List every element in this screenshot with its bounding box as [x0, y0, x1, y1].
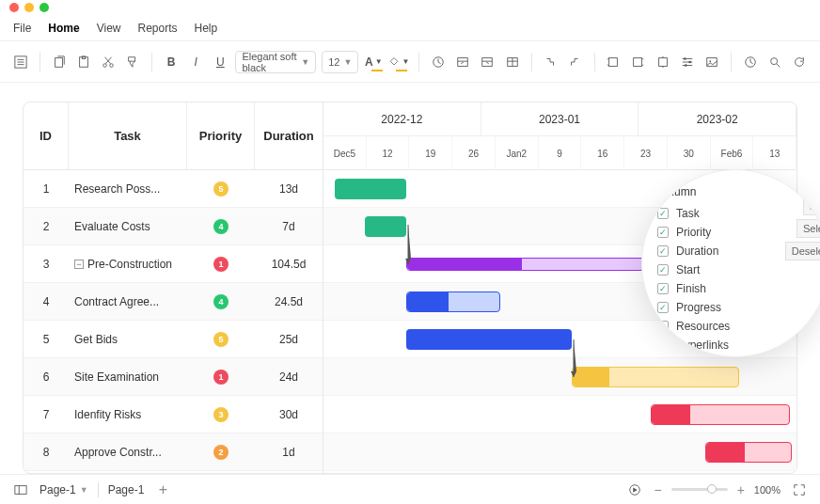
col-header-id[interactable]: ID — [24, 102, 69, 169]
italic-button[interactable]: I — [186, 49, 205, 75]
menu-bar: FileHomeViewReportsHelp — [0, 15, 820, 41]
fullscreen-button[interactable] — [790, 480, 809, 499]
day-header: Feb6 — [711, 136, 754, 170]
task-grid: ID Task Priority Duration 1Research Poss… — [24, 102, 323, 473]
outdent-button[interactable] — [478, 49, 497, 75]
gantt-bar[interactable] — [335, 179, 406, 199]
underline-button[interactable]: U — [211, 49, 229, 75]
column-option[interactable]: ✓Start — [657, 260, 820, 279]
month-header: 2022-12 — [323, 102, 481, 135]
column-option-label: Task — [676, 207, 700, 220]
insert-col-right-button[interactable] — [628, 49, 647, 75]
column-option[interactable]: ✓Resources — [657, 317, 820, 336]
font-select[interactable]: Elegant soft black▼ — [235, 51, 316, 73]
page-tab[interactable]: Page-1 — [108, 483, 145, 496]
table-row[interactable]: 1Research Poss...513d — [24, 170, 323, 208]
status-bar: Page-1▼ Page-1 + − + 100% — [0, 474, 820, 504]
history-button[interactable] — [741, 49, 760, 75]
gantt-bar[interactable] — [651, 404, 790, 425]
app-menu-button[interactable] — [11, 49, 30, 75]
indent-button[interactable] — [453, 49, 472, 75]
zoom-out-button[interactable]: − — [654, 482, 661, 497]
checkbox-icon[interactable]: ✓ — [657, 283, 669, 294]
font-size-select[interactable]: 12▼ — [322, 51, 358, 73]
gantt-bar[interactable] — [705, 442, 792, 463]
menu-help[interactable]: Help — [195, 22, 218, 35]
close-dot[interactable] — [9, 3, 19, 12]
insert-col-left-button[interactable] — [604, 49, 623, 75]
move-up-button[interactable] — [565, 49, 584, 75]
add-page-button[interactable]: + — [153, 480, 172, 499]
day-header: 23 — [624, 136, 668, 170]
cell-task: Research Poss... — [69, 170, 187, 207]
cell-id: 4 — [24, 283, 69, 320]
page-select[interactable]: Page-1▼ — [39, 483, 88, 496]
image-button[interactable] — [702, 49, 721, 75]
menu-reports[interactable]: Reports — [137, 22, 177, 35]
unlink-button[interactable] — [541, 49, 560, 75]
zoom-in-button[interactable]: + — [737, 482, 745, 497]
cell-duration: 24.5d — [255, 283, 323, 320]
table-row[interactable]: 7Idenfity Risks330d — [24, 396, 323, 433]
day-header: 9 — [539, 136, 582, 170]
col-header-duration[interactable]: Duration — [255, 102, 323, 169]
day-header: Jan2 — [496, 136, 539, 170]
font-color-button[interactable]: A▼ — [364, 49, 383, 75]
gantt-bar[interactable] — [572, 367, 739, 387]
table-row[interactable]: 3−Pre-Construction1104.5d — [24, 245, 323, 283]
milestone-button[interactable] — [429, 49, 448, 75]
popup-more-button[interactable]: Mo — [803, 197, 820, 215]
table-row[interactable]: 4Contract Agree...424.5d — [24, 283, 323, 321]
column-option[interactable]: ✓Finish — [657, 279, 820, 298]
col-header-priority[interactable]: Priority — [187, 102, 255, 169]
checkbox-icon[interactable]: ✓ — [657, 227, 669, 238]
checkbox-icon[interactable]: ✓ — [657, 245, 669, 257]
column-option[interactable]: ✓Progress — [657, 298, 820, 317]
play-button[interactable] — [625, 480, 644, 499]
cell-priority: 5 — [187, 321, 255, 357]
minimize-dot[interactable] — [24, 3, 34, 12]
gantt-row — [323, 358, 796, 396]
day-header: 16 — [581, 136, 624, 170]
bold-button[interactable]: B — [162, 49, 181, 75]
svg-rect-11 — [634, 57, 642, 66]
insert-row-button[interactable] — [654, 49, 672, 75]
col-header-task[interactable]: Task — [69, 102, 187, 169]
popup-select-button[interactable]: Sele — [796, 219, 820, 238]
column-picker-popup[interactable]: Column ✓Task✓Priority✓Duration✓Start✓Fin… — [641, 169, 820, 357]
cell-duration: 30d — [255, 396, 323, 433]
format-painter-button[interactable] — [123, 49, 142, 75]
link-button[interactable] — [502, 49, 521, 75]
checkbox-icon[interactable]: ✓ — [657, 302, 669, 313]
table-row[interactable]: 8Approve Constr...21d — [24, 433, 323, 471]
gantt-bar[interactable] — [365, 216, 406, 237]
expand-icon[interactable]: − — [74, 260, 84, 269]
paste-button[interactable] — [74, 49, 93, 75]
maximize-dot[interactable] — [39, 3, 49, 12]
table-row[interactable]: 5Get Bids525d — [24, 321, 323, 358]
search-button[interactable] — [765, 49, 784, 75]
cut-button[interactable] — [99, 49, 118, 75]
gantt-bar[interactable] — [406, 329, 572, 350]
table-row[interactable]: 6Site Examination124d — [24, 358, 323, 396]
layout-toggle-button[interactable] — [11, 480, 30, 499]
settings-button[interactable] — [678, 49, 697, 75]
cell-duration: 25d — [255, 321, 323, 357]
copy-button[interactable] — [50, 49, 69, 75]
popup-deselect-button[interactable]: Desele — [785, 242, 820, 260]
cell-priority: 1 — [187, 358, 255, 395]
fill-color-button[interactable]: ▼ — [388, 49, 409, 75]
table-row[interactable]: 2Evaluate Costs47d — [24, 208, 323, 245]
zoom-slider[interactable] — [671, 488, 728, 491]
menu-file[interactable]: File — [13, 22, 31, 35]
menu-view[interactable]: View — [97, 22, 121, 35]
menu-home[interactable]: Home — [48, 22, 79, 35]
refresh-button[interactable] — [790, 49, 809, 75]
cell-task: Site Examination — [69, 358, 187, 395]
zoom-level: 100% — [754, 484, 781, 496]
column-option-label: Finish — [676, 282, 706, 295]
checkbox-icon[interactable]: ✓ — [657, 208, 669, 219]
gantt-bar[interactable] — [406, 291, 500, 312]
checkbox-icon[interactable]: ✓ — [657, 264, 669, 276]
cell-priority: 2 — [187, 433, 255, 470]
